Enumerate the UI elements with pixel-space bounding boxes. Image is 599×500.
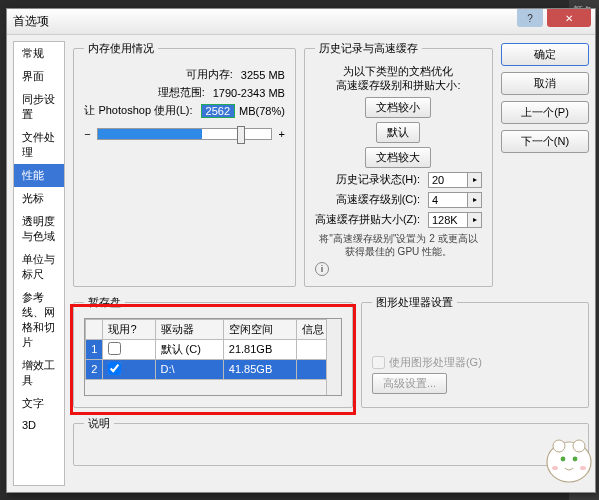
sidebar-item[interactable]: 界面 (14, 65, 64, 88)
history-intro1: 为以下类型的文档优化 (315, 64, 482, 78)
cache-levels-label: 高速缓存级别(C): (336, 192, 420, 207)
sidebar-item[interactable]: 透明度与色域 (14, 210, 64, 248)
stepper-icon[interactable]: ▸ (468, 172, 482, 188)
sidebar-item[interactable]: 文件处理 (14, 126, 64, 164)
gpu-legend: 图形处理器设置 (372, 295, 457, 310)
svg-point-4 (573, 457, 578, 462)
use-gpu-checkbox (372, 356, 385, 369)
gpu-advanced-button: 高级设置... (372, 373, 447, 394)
doc-small-button[interactable]: 文档较小 (365, 97, 431, 118)
available-ram-label: 可用内存: (186, 67, 233, 82)
gpu-group: 图形处理器设置 使用图形处理器(G) 高级设置... (361, 295, 589, 408)
sidebar-item[interactable]: 文字 (14, 392, 64, 415)
memory-input[interactable]: 2562 (201, 104, 235, 118)
sidebar-item[interactable]: 3D (14, 415, 64, 435)
help-button[interactable]: ? (517, 9, 543, 27)
history-legend: 历史记录与高速缓存 (315, 41, 422, 56)
svg-point-5 (552, 466, 558, 470)
scratch-active-checkbox[interactable] (108, 362, 121, 375)
prev-button[interactable]: 上一个(P) (501, 101, 589, 124)
col-active: 现用? (103, 319, 155, 339)
scratch-table: 现用? 驱动器 空闲空间 信息 1默认 (C)21.81GB2D:\41.85G… (85, 319, 341, 380)
category-sidebar: 常规界面同步设置文件处理性能光标透明度与色域单位与标尺参考线、网格和切片增效工具… (13, 41, 65, 486)
history-states-input[interactable] (428, 172, 468, 188)
scratch-disk-group: 暂存盘 现用? 驱动器 空闲空间 信息 1默认 (C)21.81GB2D:\41… (73, 295, 353, 408)
sidebar-item[interactable]: 单位与标尺 (14, 248, 64, 286)
ok-button[interactable]: 确定 (501, 43, 589, 66)
sidebar-item[interactable]: 增效工具 (14, 354, 64, 392)
memory-slider[interactable] (97, 128, 273, 140)
scratch-active-checkbox[interactable] (108, 342, 121, 355)
sidebar-item[interactable]: 性能 (14, 164, 64, 187)
info-icon: i (315, 262, 329, 276)
let-ps-use-label: 让 Photoshop 使用(L): (84, 103, 192, 118)
memory-suffix: MB(78%) (239, 105, 285, 117)
mascot-image (533, 426, 597, 486)
description-group: 说明 (73, 416, 589, 466)
cache-levels-input[interactable] (428, 192, 468, 208)
cache-tile-input[interactable] (428, 212, 468, 228)
sidebar-item[interactable]: 参考线、网格和切片 (14, 286, 64, 354)
cancel-button[interactable]: 取消 (501, 72, 589, 95)
next-button[interactable]: 下一个(N) (501, 130, 589, 153)
history-cache-group: 历史记录与高速缓存 为以下类型的文档优化 高速缓存级别和拼贴大小: 文档较小 默… (304, 41, 493, 287)
svg-point-3 (561, 457, 566, 462)
description-legend: 说明 (84, 416, 114, 431)
col-drive: 驱动器 (155, 319, 223, 339)
memory-legend: 内存使用情况 (84, 41, 158, 56)
sidebar-item[interactable]: 常规 (14, 42, 64, 65)
scratch-legend: 暂存盘 (84, 295, 125, 310)
memory-group: 内存使用情况 可用内存: 3255 MB 理想范围: 1790-2343 MB … (73, 41, 296, 287)
svg-point-6 (580, 466, 586, 470)
doc-default-button[interactable]: 默认 (376, 122, 420, 143)
table-row[interactable]: 2D:\41.85GB (86, 359, 341, 379)
ideal-range-value: 1790-2343 MB (213, 87, 285, 99)
use-gpu-label: 使用图形处理器(G) (389, 355, 482, 370)
sidebar-item[interactable]: 同步设置 (14, 88, 64, 126)
sidebar-item[interactable]: 光标 (14, 187, 64, 210)
slider-thumb[interactable] (237, 126, 245, 144)
svg-point-2 (573, 440, 585, 452)
scrollbar[interactable] (326, 319, 341, 395)
col-free: 空闲空间 (223, 319, 296, 339)
history-states-label: 历史记录状态(H): (336, 172, 420, 187)
slider-minus[interactable]: − (84, 128, 90, 140)
history-intro2: 高速缓存级别和拼贴大小: (315, 78, 482, 92)
cache-tile-label: 高速缓存拼贴大小(Z): (315, 212, 420, 227)
cache-note: 将"高速缓存级别"设置为 2 或更高以获得最佳的 GPU 性能。 (315, 232, 482, 258)
stepper-icon[interactable]: ▸ (468, 212, 482, 228)
window-title: 首选项 (13, 13, 49, 30)
titlebar: 首选项 ? ✕ (7, 9, 595, 35)
ideal-range-label: 理想范围: (158, 85, 205, 100)
close-icon[interactable]: ✕ (547, 9, 591, 27)
slider-plus[interactable]: + (278, 128, 284, 140)
table-row[interactable]: 1默认 (C)21.81GB (86, 339, 341, 359)
doc-big-button[interactable]: 文档较大 (365, 147, 431, 168)
stepper-icon[interactable]: ▸ (468, 192, 482, 208)
svg-point-1 (553, 440, 565, 452)
preferences-dialog: 首选项 ? ✕ 常规界面同步设置文件处理性能光标透明度与色域单位与标尺参考线、网… (6, 8, 596, 493)
available-ram-value: 3255 MB (241, 69, 285, 81)
